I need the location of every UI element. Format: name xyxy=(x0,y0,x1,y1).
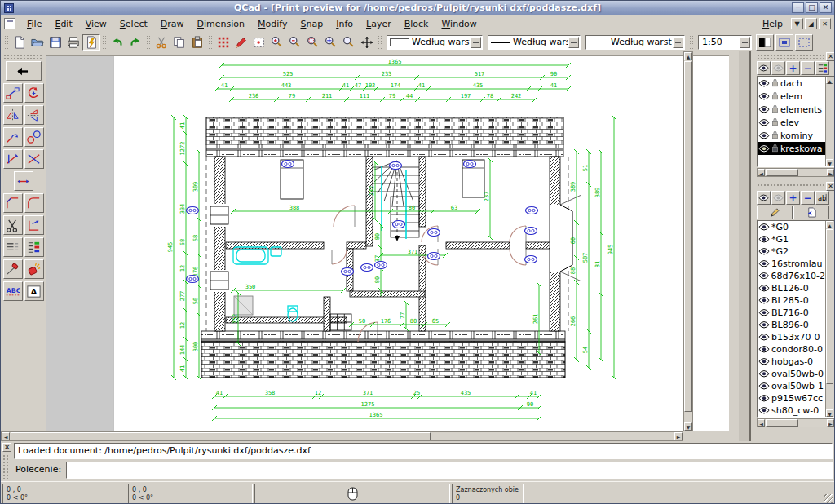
layer-panel-close-button[interactable]: ✕ xyxy=(826,52,835,61)
canvas-vertical-scrollbar[interactable]: ▲ ▼ xyxy=(683,51,693,431)
block-row-hobgas-0[interactable]: hobgas-0 xyxy=(758,356,825,368)
scroll-up-arrow[interactable]: ▲ xyxy=(826,221,833,228)
plus-button[interactable]: + xyxy=(786,191,800,205)
eye-off-button[interactable] xyxy=(771,191,785,205)
toolbar-handle[interactable] xyxy=(4,35,9,50)
move-rotate-button[interactable] xyxy=(3,127,23,147)
eye-icon[interactable] xyxy=(758,118,770,127)
black-white-toggle-button[interactable] xyxy=(756,34,774,51)
menu-select[interactable]: Select xyxy=(113,17,154,31)
menu-draw[interactable]: Draw xyxy=(154,17,191,31)
eye-icon[interactable] xyxy=(758,345,770,354)
block-row-16stromlau[interactable]: 16stromlau xyxy=(758,258,825,270)
scroll-left-arrow[interactable]: ◄ xyxy=(2,432,10,440)
layer-row-kominy[interactable]: kominy xyxy=(758,129,825,142)
rotate-button[interactable] xyxy=(24,83,44,103)
paste-button[interactable] xyxy=(188,34,206,51)
delete-button[interactable] xyxy=(3,259,23,279)
stretch-button[interactable] xyxy=(24,215,44,235)
menu-file[interactable]: File xyxy=(20,17,48,31)
eye-icon[interactable] xyxy=(758,333,770,342)
eye-icon[interactable] xyxy=(758,382,770,391)
preview-button[interactable] xyxy=(250,34,268,51)
lock-icon[interactable] xyxy=(771,130,779,140)
plus-button[interactable]: + xyxy=(786,61,800,75)
eye-off-button[interactable] xyxy=(771,61,785,75)
toolbar-handle[interactable] xyxy=(102,35,107,50)
scroll-up-arrow[interactable]: ▲ xyxy=(826,77,833,84)
block-row-BL285-0[interactable]: BL285-0 xyxy=(758,294,825,307)
toolbar-handle[interactable] xyxy=(208,35,213,50)
menu-window[interactable]: Window xyxy=(435,17,483,31)
scale-combo-dropdown[interactable] xyxy=(740,37,750,48)
rotate-two-button[interactable] xyxy=(24,127,44,147)
edit-block-button[interactable] xyxy=(757,206,793,219)
print-button[interactable] xyxy=(64,34,82,51)
eye-icon[interactable] xyxy=(758,272,770,281)
layer-attributes-button[interactable] xyxy=(815,61,829,75)
rename-button[interactable]: ab xyxy=(815,191,829,205)
block-list-vscrollbar[interactable]: ▲ ▼ xyxy=(825,221,834,417)
block-row-b153x70-0[interactable]: b153x70-0 xyxy=(758,331,825,343)
menu-dimension[interactable]: Dimension xyxy=(191,17,251,31)
toolbar-handle[interactable] xyxy=(3,54,43,59)
zoom-window-button[interactable] xyxy=(304,34,322,51)
line-type-dropdown[interactable] xyxy=(673,37,683,48)
scroll-right-arrow[interactable]: ► xyxy=(674,432,683,440)
mdi-minimize-button[interactable]: ▼ xyxy=(791,18,803,29)
grid-button[interactable] xyxy=(214,34,232,51)
text-button[interactable]: ABC xyxy=(3,281,23,301)
document-icon[interactable] xyxy=(4,18,15,29)
divide-button[interactable] xyxy=(3,215,23,235)
back-button[interactable] xyxy=(6,61,42,81)
eye-icon[interactable] xyxy=(758,406,770,415)
edit-text-button[interactable]: A xyxy=(24,281,44,301)
layer-list-vscrollbar[interactable]: ▲ ▼ xyxy=(825,77,834,166)
block-list-hscrollbar[interactable]: ◄ ► xyxy=(757,418,835,427)
maximize-button[interactable]: □ xyxy=(806,2,818,13)
zoom-pan-button[interactable] xyxy=(358,34,376,51)
eye-icon[interactable] xyxy=(758,92,770,101)
block-row-68d76x10-2[interactable]: 68d76x10-2 xyxy=(758,270,825,282)
command-input[interactable] xyxy=(66,462,833,479)
cut-button[interactable] xyxy=(152,34,170,51)
mdi-close-button[interactable]: ✕ xyxy=(819,18,831,29)
minus-button[interactable]: − xyxy=(801,191,815,205)
block-row-*G0[interactable]: *G0 xyxy=(758,221,825,233)
eye-icon[interactable] xyxy=(758,308,770,317)
trim-amount-button[interactable] xyxy=(14,171,33,191)
scroll-thumb[interactable] xyxy=(11,432,431,440)
block-row-*G2[interactable]: *G2 xyxy=(758,245,825,258)
menu-view[interactable]: View xyxy=(79,17,113,31)
scroll-down-arrow[interactable]: ▼ xyxy=(826,409,833,417)
zoom-auto-button[interactable] xyxy=(322,34,340,51)
layer-row-dach[interactable]: dach xyxy=(758,77,825,90)
eye-icon[interactable] xyxy=(758,247,770,256)
draft-mode-button[interactable] xyxy=(232,34,250,51)
round-button[interactable] xyxy=(24,193,44,213)
eye-icon[interactable] xyxy=(758,79,770,88)
scroll-thumb[interactable] xyxy=(684,61,692,412)
block-panel-close-button[interactable]: ✕ xyxy=(826,182,835,191)
mdi-restore-button[interactable]: ◢ xyxy=(805,18,817,29)
scroll-left-arrow[interactable]: ◄ xyxy=(758,419,765,427)
eye-icon[interactable] xyxy=(758,105,770,114)
explode-button[interactable] xyxy=(24,259,44,279)
line-type-combo[interactable]: Według warstwy xyxy=(585,35,685,50)
move-button[interactable] xyxy=(3,83,23,103)
zoom-out-button[interactable] xyxy=(286,34,304,51)
scroll-thumb[interactable] xyxy=(766,169,798,176)
draft-view-button[interactable] xyxy=(775,34,793,51)
new-file-button[interactable] xyxy=(11,34,29,51)
eye-icon[interactable] xyxy=(758,284,770,293)
menu-modify[interactable]: Modify xyxy=(251,17,294,31)
toolbar-handle[interactable] xyxy=(689,35,694,50)
eye-icon[interactable] xyxy=(758,357,770,366)
toolbar-handle[interactable] xyxy=(146,35,151,50)
drawing-canvas[interactable]: 1365525233517904144341471021744143541236… xyxy=(46,51,729,431)
eye-button[interactable] xyxy=(757,61,771,75)
block-row-sh80_cw-0[interactable]: sh80_cw-0 xyxy=(758,405,825,417)
zoom-in-button[interactable] xyxy=(268,34,286,51)
layer-list-hscrollbar[interactable]: ◄ ► xyxy=(757,168,835,177)
copy-button[interactable] xyxy=(170,34,188,51)
